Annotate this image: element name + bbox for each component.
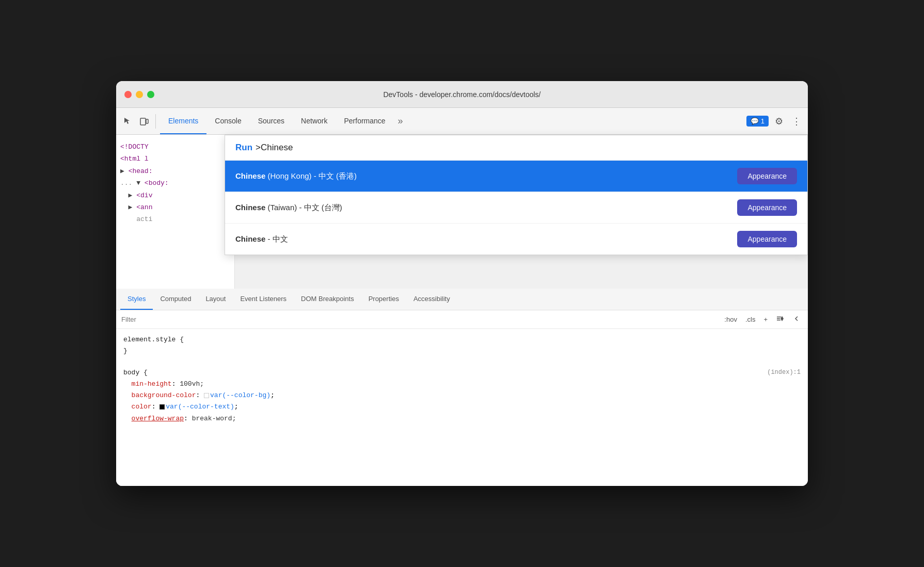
svg-rect-2 bbox=[777, 317, 781, 318]
css-selector-element: element.style { bbox=[123, 336, 184, 343]
svg-rect-1 bbox=[146, 119, 148, 123]
hov-button[interactable]: :hov bbox=[722, 314, 739, 324]
tab-sources[interactable]: Sources bbox=[250, 108, 293, 134]
add-style-button[interactable]: + bbox=[761, 314, 770, 324]
style-icon-btn[interactable] bbox=[774, 313, 786, 325]
autocomplete-result-2[interactable]: Chinese (Taiwan) - 中文 (台灣) Appearance bbox=[225, 192, 807, 224]
element-style-block: element.style { } bbox=[116, 329, 808, 362]
autocomplete-search-bar: Run >Chinese bbox=[225, 135, 807, 161]
filter-actions: :hov .cls + bbox=[722, 313, 803, 325]
inspect-icon[interactable] bbox=[120, 114, 135, 129]
cls-button[interactable]: .cls bbox=[743, 314, 758, 324]
appearance-button-1[interactable]: Appearance bbox=[737, 168, 797, 184]
tab-layout[interactable]: Layout bbox=[198, 289, 233, 310]
tab-styles[interactable]: Styles bbox=[120, 289, 153, 310]
dom-line[interactable]: ▶ <div bbox=[120, 190, 230, 201]
traffic-lights bbox=[124, 91, 154, 98]
run-label: Run bbox=[235, 143, 252, 153]
main-tabs: Elements Console Sources Network Perform… bbox=[160, 108, 746, 134]
tab-network[interactable]: Network bbox=[293, 108, 336, 134]
body-style-block: body { (index):1 min-height: 100vh; back… bbox=[116, 362, 808, 429]
tab-event-listeners[interactable]: Event Listeners bbox=[233, 289, 294, 310]
query-text: >Chinese bbox=[256, 143, 293, 153]
maximize-button[interactable] bbox=[147, 91, 154, 98]
settings-button[interactable]: ⚙ bbox=[772, 114, 786, 129]
color-swatch-text bbox=[160, 404, 165, 410]
dom-line: acti bbox=[120, 213, 230, 225]
styles-tabs-bar: Styles Computed Layout Event Listeners D… bbox=[116, 289, 808, 310]
result-text-3: Chinese - 中文 bbox=[235, 234, 737, 244]
dom-line[interactable]: ▶ <ann bbox=[120, 201, 230, 213]
close-button[interactable] bbox=[124, 91, 132, 98]
arrow-icon-btn[interactable] bbox=[790, 313, 803, 325]
tab-dom-breakpoints[interactable]: DOM Breakpoints bbox=[294, 289, 361, 310]
appearance-button-2[interactable]: Appearance bbox=[737, 199, 797, 216]
tab-properties[interactable]: Properties bbox=[361, 289, 406, 310]
more-tabs-button[interactable]: » bbox=[394, 116, 407, 127]
css-selector-body: body { bbox=[123, 369, 148, 376]
autocomplete-result-1[interactable]: Chinese (Hong Kong) - 中文 (香港) Appearance bbox=[225, 161, 807, 192]
svg-rect-4 bbox=[777, 320, 780, 321]
autocomplete-result-3[interactable]: Chinese - 中文 Appearance bbox=[225, 224, 807, 255]
window-title: DevTools - developer.chrome.com/docs/dev… bbox=[124, 90, 800, 99]
styles-filter-bar: :hov .cls + bbox=[116, 310, 808, 329]
dom-line: <html l bbox=[120, 153, 230, 165]
tab-performance[interactable]: Performance bbox=[336, 108, 393, 134]
color-swatch-bg bbox=[204, 393, 209, 398]
dom-line[interactable]: ... ▼ <body: bbox=[120, 177, 230, 189]
tab-computed[interactable]: Computed bbox=[153, 289, 198, 310]
svg-rect-3 bbox=[777, 318, 780, 319]
message-icon: 💬 bbox=[751, 117, 759, 125]
styles-area: :hov .cls + bbox=[116, 310, 808, 486]
dom-line[interactable]: ▶ <head: bbox=[120, 165, 230, 177]
filter-input[interactable] bbox=[121, 316, 717, 323]
device-toggle-icon[interactable] bbox=[137, 114, 151, 129]
toolbar-right: 💬 1 ⚙ ⋮ bbox=[746, 114, 804, 129]
tab-accessibility[interactable]: Accessibility bbox=[406, 289, 457, 310]
autocomplete-dropdown: Run >Chinese Chinese (Hong Kong) - 中文 (香… bbox=[225, 135, 808, 255]
svg-rect-0 bbox=[140, 118, 146, 125]
minimize-button[interactable] bbox=[136, 91, 143, 98]
result-text-2: Chinese (Taiwan) - 中文 (台灣) bbox=[235, 203, 737, 213]
tab-elements[interactable]: Elements bbox=[160, 108, 206, 134]
dom-line: <!DOCTY bbox=[120, 141, 230, 153]
title-bar: DevTools - developer.chrome.com/docs/dev… bbox=[116, 81, 808, 108]
devtools-window: DevTools - developer.chrome.com/docs/dev… bbox=[116, 81, 808, 486]
devtools-main: <!DOCTY <html l ▶ <head: ... ▼ <body: ▶ … bbox=[116, 135, 808, 486]
css-file-index: (index):1 bbox=[767, 367, 801, 377]
devtools-toolbar: Elements Console Sources Network Perform… bbox=[116, 108, 808, 135]
toolbar-icons bbox=[120, 114, 156, 129]
notification-badge[interactable]: 💬 1 bbox=[746, 116, 769, 127]
result-text-1: Chinese (Hong Kong) - 中文 (香港) bbox=[235, 171, 737, 181]
menu-button[interactable]: ⋮ bbox=[789, 114, 804, 129]
appearance-button-3[interactable]: Appearance bbox=[737, 231, 797, 247]
tab-console[interactable]: Console bbox=[206, 108, 249, 134]
